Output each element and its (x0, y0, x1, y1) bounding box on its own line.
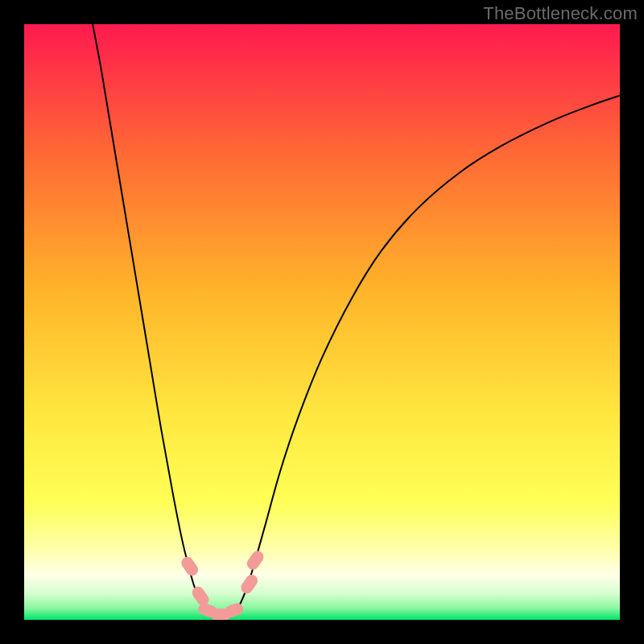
gradient-background (24, 24, 620, 620)
bottleneck-chart (24, 24, 620, 620)
chart-frame (24, 24, 620, 620)
attribution-text: TheBottleneck.com (483, 3, 638, 24)
